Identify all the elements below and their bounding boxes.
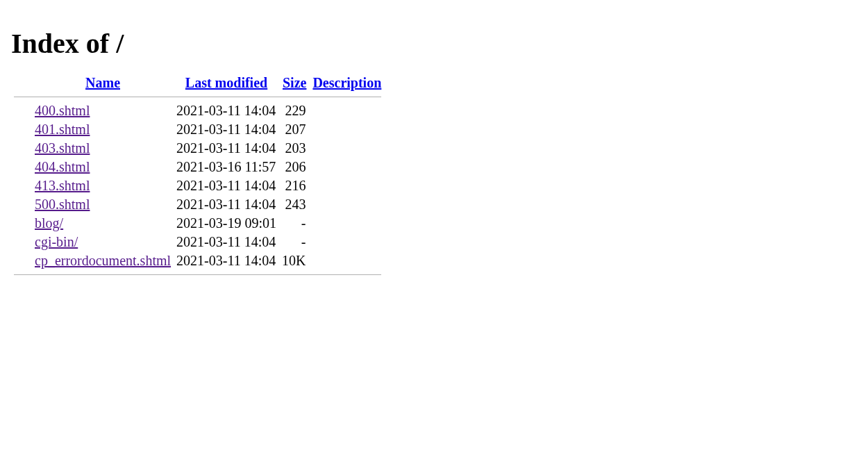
file-size-cell: - <box>279 214 310 233</box>
table-row: blog/ 2021-03-19 09:01 - <box>11 214 384 233</box>
file-size-cell: 243 <box>279 195 310 214</box>
file-modified-cell: 2021-03-11 14:04 <box>174 233 279 251</box>
table-row: 500.shtml 2021-03-11 14:04 243 <box>11 195 384 214</box>
file-modified-cell: 2021-03-19 09:01 <box>174 214 279 233</box>
file-icon <box>11 101 32 120</box>
file-modified-cell: 2021-03-11 14:04 <box>174 139 279 158</box>
sort-name-link[interactable]: Name <box>85 75 120 90</box>
file-link[interactable]: cgi-bin/ <box>35 234 78 249</box>
file-size-cell: 207 <box>279 120 310 139</box>
table-row: cp_errordocument.shtml 2021-03-11 14:04 … <box>11 251 384 270</box>
folder-icon <box>11 233 32 251</box>
file-icon <box>11 195 32 214</box>
file-description-cell <box>310 251 384 270</box>
file-modified-cell: 2021-03-16 11:57 <box>174 158 279 176</box>
file-link[interactable]: 413.shtml <box>35 178 90 193</box>
file-description-cell <box>310 195 384 214</box>
header-description: Description <box>310 74 384 92</box>
file-size-cell: - <box>279 233 310 251</box>
file-size-cell: 216 <box>279 176 310 195</box>
table-row: 400.shtml 2021-03-11 14:04 229 <box>11 101 384 120</box>
file-link[interactable]: 403.shtml <box>35 140 90 156</box>
file-size-cell: 206 <box>279 158 310 176</box>
file-description-cell <box>310 233 384 251</box>
file-name-cell: cgi-bin/ <box>32 233 174 251</box>
header-modified: Last modified <box>174 74 279 92</box>
file-name-cell: 500.shtml <box>32 195 174 214</box>
table-row: cgi-bin/ 2021-03-11 14:04 - <box>11 233 384 251</box>
file-modified-cell: 2021-03-11 14:04 <box>174 176 279 195</box>
file-icon <box>11 120 32 139</box>
table-row: 403.shtml 2021-03-11 14:04 203 <box>11 139 384 158</box>
header-icon <box>11 74 32 92</box>
file-name-cell: 401.shtml <box>32 120 174 139</box>
directory-listing-table: Name Last modified Size Description 400.… <box>11 74 384 279</box>
separator-row <box>11 92 384 101</box>
file-description-cell <box>310 101 384 120</box>
file-name-cell: cp_errordocument.shtml <box>32 251 174 270</box>
table-row: 413.shtml 2021-03-11 14:04 216 <box>11 176 384 195</box>
file-description-cell <box>310 214 384 233</box>
sort-modified-link[interactable]: Last modified <box>185 75 267 90</box>
folder-icon <box>11 214 32 233</box>
file-icon <box>11 158 32 176</box>
divider <box>14 97 381 97</box>
table-row: 404.shtml 2021-03-16 11:57 206 <box>11 158 384 176</box>
divider <box>14 274 381 275</box>
file-name-cell: 413.shtml <box>32 176 174 195</box>
file-link[interactable]: 400.shtml <box>35 103 90 118</box>
file-name-cell: 404.shtml <box>32 158 174 176</box>
file-icon <box>11 251 32 270</box>
file-description-cell <box>310 120 384 139</box>
file-link[interactable]: 500.shtml <box>35 197 90 212</box>
file-description-cell <box>310 139 384 158</box>
file-link[interactable]: blog/ <box>35 215 63 231</box>
file-icon <box>11 139 32 158</box>
sort-size-link[interactable]: Size <box>283 75 306 90</box>
sort-description-link[interactable]: Description <box>312 75 381 90</box>
file-name-cell: 403.shtml <box>32 139 174 158</box>
file-size-cell: 10K <box>279 251 310 270</box>
file-name-cell: blog/ <box>32 214 174 233</box>
file-description-cell <box>310 176 384 195</box>
file-description-cell <box>310 158 384 176</box>
header-name: Name <box>32 74 174 92</box>
file-link[interactable]: 404.shtml <box>35 159 90 174</box>
file-size-cell: 229 <box>279 101 310 120</box>
file-modified-cell: 2021-03-11 14:04 <box>174 120 279 139</box>
file-size-cell: 203 <box>279 139 310 158</box>
file-link[interactable]: 401.shtml <box>35 122 90 137</box>
header-size: Size <box>279 74 310 92</box>
file-link[interactable]: cp_errordocument.shtml <box>35 253 171 268</box>
file-modified-cell: 2021-03-11 14:04 <box>174 195 279 214</box>
header-row: Name Last modified Size Description <box>11 74 384 92</box>
file-icon <box>11 176 32 195</box>
file-modified-cell: 2021-03-11 14:04 <box>174 251 279 270</box>
table-row: 401.shtml 2021-03-11 14:04 207 <box>11 120 384 139</box>
file-name-cell: 400.shtml <box>32 101 174 120</box>
separator-row <box>11 270 384 279</box>
page-title: Index of / <box>11 27 857 60</box>
file-modified-cell: 2021-03-11 14:04 <box>174 101 279 120</box>
